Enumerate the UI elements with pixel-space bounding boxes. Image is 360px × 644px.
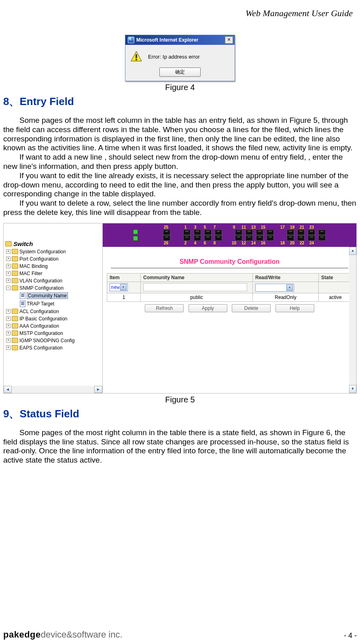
logo: pakedge device&software inc. [3,629,123,640]
port-icon [287,229,294,235]
port-icon [163,229,170,235]
entry-rw-cell: ▾ [253,282,319,293]
sidebar-item[interactable]: +MSTP Configuration [4,330,102,337]
sidebar: Switch +System Configuration+Port Config… [4,223,103,393]
folder-icon [12,278,18,283]
folder-icon [12,338,18,343]
sidebar-root[interactable]: Switch [4,240,102,248]
sidebar-item[interactable]: +IP Basic Configuration [4,315,102,322]
scroll-up-icon[interactable]: ▲ [349,247,356,255]
folder-icon [12,263,18,269]
expand-icon[interactable]: + [6,264,11,268]
port-icon [246,229,253,235]
sidebar-item[interactable]: +System Configuration [4,248,102,255]
expand-icon[interactable]: + [6,316,11,321]
content-vscroll[interactable]: ▲ ▼ [349,247,356,393]
error-message: Error: Ip address error [148,54,200,60]
ie-title: Microsoft Internet Explorer [136,37,198,43]
sidebar-hscroll[interactable]: ◄ ► [4,386,102,393]
readwrite-select[interactable]: ▾ [255,284,294,292]
entry-community-cell [141,282,253,293]
delete-button[interactable]: Delete [232,304,271,312]
section-8-p2: If want to add a new line , should selec… [3,153,357,171]
port-icon [297,235,305,241]
apply-button[interactable]: Apply [188,304,227,312]
col-state: State [319,273,352,282]
sidebar-item[interactable]: +Port Configuration [4,255,102,263]
document-icon [20,301,25,307]
scroll-left-icon[interactable]: ◄ [4,386,12,393]
led-icon [133,236,138,241]
scroll-right-icon[interactable]: ► [94,386,102,393]
folder-icon [12,249,18,254]
port-icon [215,235,222,241]
sidebar-item[interactable]: +VLAN Configuration [4,277,102,284]
sidebar-item[interactable]: +AAA Configuration [4,322,102,330]
port-icon [287,235,294,241]
folder-icon [12,309,18,314]
port-icon [163,235,170,241]
refresh-button[interactable]: Refresh [145,304,184,312]
port-icon [256,229,263,235]
sidebar-root-label: Switch [13,240,33,247]
ok-button[interactable]: 确定 [159,67,201,77]
close-icon[interactable]: × [225,36,233,44]
sidebar-item-label: ACL Configuration [19,309,59,314]
port-icon [194,235,201,241]
section-8-p1: Some pages of the most left column in th… [3,116,357,153]
port-icon [297,229,305,235]
community-input[interactable] [143,283,247,291]
folder-icon [12,323,18,328]
cell-rw: ReadOnly [253,293,319,301]
sidebar-item[interactable]: TRAP Target [4,300,102,308]
sidebar-item-label: Port Configuration [19,256,59,262]
expand-icon[interactable]: − [6,286,11,290]
port-numbers: 2624681012141618202224 [162,241,326,245]
section-8-p4: If you want to delete a row, select the … [3,199,357,217]
port-icon [194,229,201,235]
figure-4: Microsoft Internet Explorer × Error: Ip … [3,35,357,81]
nav-tree: +System Configuration+Port Configuration… [4,248,102,351]
item-select[interactable]: new ▾ [110,283,128,291]
sidebar-item[interactable]: +ACL Configuration [4,308,102,315]
sidebar-item[interactable]: +IGMP SNOOPING Config [4,337,102,344]
expand-icon[interactable]: + [6,324,11,328]
sidebar-item-label: MAC Filter [19,271,42,276]
expand-icon[interactable]: + [6,338,11,343]
help-button[interactable]: Help [275,304,314,312]
expand-icon[interactable]: + [6,345,11,350]
sidebar-item[interactable]: −SNMP Configuration [4,284,102,292]
port-icon [183,235,191,241]
sidebar-item[interactable]: +MAC Filter [4,270,102,277]
document-icon [20,293,25,299]
cell-item: 1 [107,293,141,301]
logo-bold: pakedge [3,629,41,640]
page-number: - 4 - [344,631,357,640]
scroll-track[interactable] [12,386,94,393]
sidebar-item[interactable]: Community Name [4,292,102,300]
warning-icon [130,51,142,63]
port-icon [235,235,242,241]
config-table: Item Community Name Read/Write State new… [107,273,352,302]
sidebar-item[interactable]: +EAPS Configuration [4,344,102,351]
port-icon [215,229,222,235]
port-icon [308,235,315,241]
logo-thin: device&software inc. [41,629,123,640]
expand-icon[interactable]: + [6,331,11,335]
sidebar-item-label: SNMP Configuration [19,285,64,291]
expand-icon[interactable]: + [6,249,11,254]
ie-icon [128,37,134,43]
sidebar-item-label: Community Name [27,293,68,299]
scroll-track[interactable] [349,255,356,385]
scroll-down-icon[interactable]: ▼ [349,385,356,393]
sidebar-item-label: TRAP Target [27,301,54,307]
expand-icon[interactable]: + [6,309,11,314]
expand-icon[interactable]: + [6,278,11,283]
folder-icon [12,330,18,336]
section-9-p1: Some pages of the most right column in t… [3,428,357,465]
sidebar-item[interactable]: +MAC Binding [4,263,102,270]
expand-icon[interactable]: + [6,271,11,276]
port-icon [256,235,263,241]
expand-icon[interactable]: + [6,257,11,261]
port-row [162,229,326,235]
